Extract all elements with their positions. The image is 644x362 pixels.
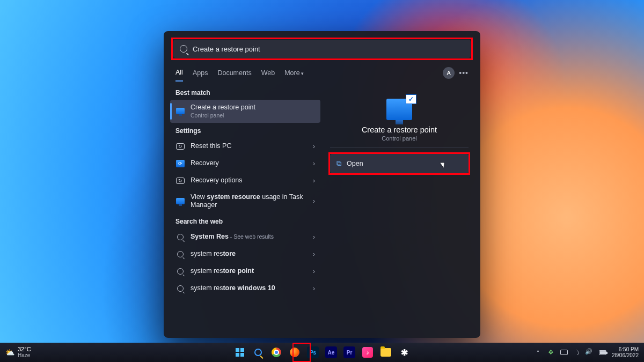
clock-date: 28/06/2022 [612,352,639,358]
battery-icon[interactable] [599,349,606,356]
result-subtitle: Control panel [191,112,315,119]
taskbar-photoshop[interactable]: Ps [305,345,320,360]
search-icon [175,232,185,242]
search-icon [254,349,262,356]
web-result-1[interactable]: system restore › [170,246,320,263]
chevron-right-icon: › [313,197,315,205]
tab-apps[interactable]: Apps [193,65,208,81]
music-icon: ♪ [362,347,373,358]
result-title: Create a restore point [191,104,315,112]
taskbar-weather-widget[interactable]: ⛅ 32°C Haze [0,346,31,358]
open-external-icon: ⧉ [336,159,341,168]
chrome-icon [272,348,281,357]
open-label: Open [347,160,363,167]
search-tabs: All Apps Documents Web More A ••• [164,63,480,82]
searchbar-container: Create a restore point [173,40,471,58]
start-search-panel: Create a restore point All Apps Document… [164,31,480,338]
desktop-wallpaper: Create a restore point All Apps Document… [0,0,644,362]
preview-header: Create a restore point Control panel [330,85,469,147]
taskbar-search-button[interactable] [251,345,266,360]
tab-web[interactable]: Web [261,65,275,81]
results-list: Best match Create a restore point Contro… [170,85,320,323]
keyboard-icon[interactable] [560,349,568,356]
reset-icon [175,176,185,186]
result-label: Reset this PC [191,142,308,151]
preview-title: Create a restore point [336,125,462,134]
section-search-web: Search the web [170,213,320,228]
firefox-icon [290,348,299,357]
taskbar: ⛅ 32°C Haze Ps Ae Pr ♪ ˄ ❖ [0,343,644,362]
user-avatar[interactable]: A [443,67,455,79]
result-recovery-options[interactable]: Recovery options › [170,172,320,189]
search-input[interactable]: Create a restore point [173,40,471,58]
taskbar-music[interactable]: ♪ [360,345,375,360]
taskbar-firefox[interactable] [287,345,302,360]
result-label: View system resource usage in Task Manag… [191,193,308,210]
search-query-text: Create a restore point [193,45,260,53]
chevron-right-icon: › [313,250,315,258]
chevron-right-icon: › [313,268,315,275]
result-label: Recovery options [191,176,308,185]
volume-icon[interactable] [586,349,594,356]
result-task-manager-usage[interactable]: View system resource usage in Task Manag… [170,189,320,213]
web-result-3[interactable]: system restore windows 10 › [170,280,320,297]
taskbar-slack[interactable] [397,345,412,360]
open-button[interactable]: ⧉ Open [330,154,469,173]
folder-icon [380,348,391,357]
result-recovery[interactable]: Recovery › [170,155,320,172]
result-create-restore-point[interactable]: Create a restore point Control panel [170,100,320,123]
tab-documents[interactable]: Documents [217,65,251,81]
tab-more[interactable]: More [284,65,304,81]
result-label: system restore point [191,267,308,276]
recovery-icon [175,159,185,168]
weather-temperature: 32°C [18,346,31,353]
taskbar-file-explorer[interactable] [378,345,393,360]
tab-all[interactable]: All [175,64,183,82]
result-label: system restore [191,250,308,258]
monitor-icon [175,196,185,206]
chevron-right-icon: › [313,177,315,184]
tray-app-icon[interactable]: ❖ [547,349,555,356]
clock-time: 6:50 PM [619,346,639,352]
taskbar-premiere[interactable]: Pr [342,345,357,360]
photoshop-icon: Ps [307,346,319,358]
result-preview-pane: Create a restore point Control panel ⧉ O… [325,85,474,323]
result-label: System Res - See web results [191,233,308,241]
taskbar-aftereffects[interactable]: Ae [324,345,339,360]
monitor-check-icon [175,106,185,116]
slack-icon [399,348,409,357]
search-icon [175,284,185,293]
section-settings: Settings [170,123,320,138]
wifi-icon[interactable] [573,349,581,356]
weather-icon: ⛅ [5,348,14,357]
chevron-right-icon: › [313,233,315,241]
chevron-right-icon: › [313,285,315,292]
chevron-right-icon: › [313,143,315,150]
web-result-0[interactable]: System Res - See web results › [170,228,320,246]
reset-icon [175,142,185,151]
weather-condition: Haze [18,353,31,359]
result-reset-this-pc[interactable]: Reset this PC › [170,138,320,155]
section-best-match: Best match [170,85,320,100]
search-icon [180,45,187,53]
preview-subtitle: Control panel [336,135,462,142]
tray-overflow-button[interactable]: ˄ [535,349,542,356]
taskbar-clock[interactable]: 6:50 PM 28/06/2022 [612,346,639,358]
more-options-button[interactable]: ••• [459,69,469,77]
result-label: system restore windows 10 [191,284,308,293]
system-tray: ˄ ❖ 6:50 PM 28/06/2022 [535,346,644,358]
monitor-check-icon [386,99,412,120]
premiere-icon: Pr [343,346,355,358]
search-icon [175,249,185,259]
taskbar-pinned-apps: Ps Ae Pr ♪ [232,343,412,362]
search-icon [175,267,185,276]
aftereffects-icon: Ae [325,346,337,358]
result-label: Recovery [191,159,308,168]
start-button[interactable] [232,345,247,360]
web-result-2[interactable]: system restore point › [170,263,320,280]
chevron-right-icon: › [313,160,315,167]
taskbar-chrome[interactable] [269,345,284,360]
